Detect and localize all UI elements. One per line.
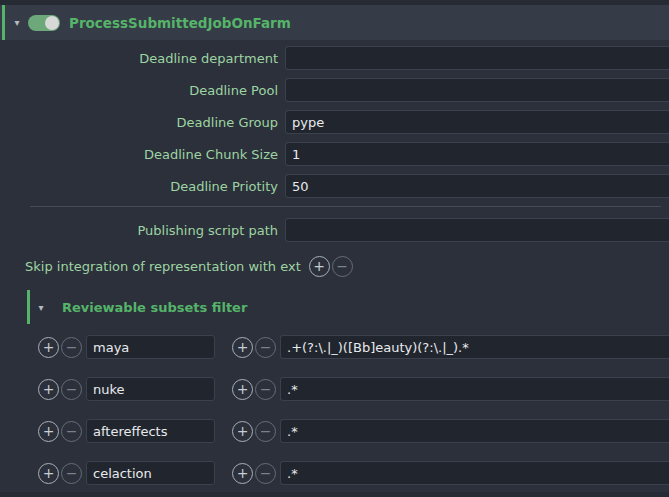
- remove-item-button[interactable]: −: [332, 256, 353, 277]
- plugin-header: ▾ ProcessSubmittedJobOnFarm: [0, 5, 669, 40]
- section-divider: [30, 206, 661, 207]
- settings-panel: ▾ ProcessSubmittedJobOnFarm Deadline dep…: [0, 0, 669, 497]
- remove-row-button[interactable]: −: [61, 337, 82, 358]
- add-row-button[interactable]: +: [38, 463, 59, 484]
- filter-row-aftereffects: + − + −: [0, 410, 669, 452]
- skip-integration-label: Skip integration of representation with …: [25, 259, 301, 274]
- add-row-button[interactable]: +: [38, 379, 59, 400]
- filter-pattern-input[interactable]: [280, 335, 669, 359]
- settings-form: Deadline department Deadline Pool Deadli…: [0, 40, 669, 494]
- toggle-knob: [45, 16, 59, 30]
- publishing-script-path-input[interactable]: [285, 218, 669, 242]
- field-label: Deadline Group: [0, 115, 285, 130]
- filter-pattern-input[interactable]: [280, 461, 669, 485]
- filter-row-nuke: + − + −: [0, 368, 669, 410]
- remove-pattern-button[interactable]: −: [255, 463, 276, 484]
- deadline-chunk-size-input[interactable]: [285, 142, 669, 166]
- field-row-deadline-department: Deadline department: [0, 46, 669, 70]
- remove-pattern-button[interactable]: −: [255, 421, 276, 442]
- field-label: Deadline department: [0, 51, 285, 66]
- field-row-deadline-chunk-size: Deadline Chunk Size: [0, 142, 669, 166]
- field-label: Deadline Priotity: [0, 179, 285, 194]
- add-row-button[interactable]: +: [38, 421, 59, 442]
- deadline-pool-input[interactable]: [285, 78, 669, 102]
- remove-row-button[interactable]: −: [61, 421, 82, 442]
- filter-key-input[interactable]: [86, 377, 215, 401]
- reviewable-subsets-header: ▾ Reviewable subsets filter: [27, 290, 669, 324]
- field-label: Publishing script path: [0, 223, 285, 238]
- deadline-department-input[interactable]: [285, 46, 669, 70]
- accent-bar: [27, 290, 30, 324]
- skip-integration-buttons: + −: [309, 256, 353, 277]
- accent-bar: [2, 5, 5, 40]
- remove-row-button[interactable]: −: [61, 379, 82, 400]
- filter-pattern-input[interactable]: [280, 377, 669, 401]
- filter-key-input[interactable]: [86, 461, 215, 485]
- filter-key-input[interactable]: [86, 419, 215, 443]
- remove-pattern-button[interactable]: −: [255, 337, 276, 358]
- add-pattern-button[interactable]: +: [232, 463, 253, 484]
- enabled-toggle[interactable]: [28, 15, 60, 31]
- field-row-deadline-pool: Deadline Pool: [0, 78, 669, 102]
- collapse-arrow-icon[interactable]: ▾: [8, 17, 26, 28]
- field-row-publishing-script: Publishing script path: [0, 218, 669, 242]
- collapse-arrow-icon[interactable]: ▾: [32, 302, 50, 313]
- add-item-button[interactable]: +: [309, 256, 330, 277]
- deadline-priority-input[interactable]: [285, 174, 669, 198]
- add-pattern-button[interactable]: +: [232, 379, 253, 400]
- add-pattern-button[interactable]: +: [232, 337, 253, 358]
- plugin-title: ProcessSubmittedJobOnFarm: [69, 15, 291, 31]
- section-title: Reviewable subsets filter: [62, 300, 247, 315]
- skip-integration-row: Skip integration of representation with …: [0, 250, 669, 282]
- remove-pattern-button[interactable]: −: [255, 379, 276, 400]
- filter-row-celaction: + − + −: [0, 452, 669, 494]
- field-label: Deadline Chunk Size: [0, 147, 285, 162]
- filter-pattern-input[interactable]: [280, 419, 669, 443]
- filter-rows: + − + − + − + − + −: [0, 324, 669, 494]
- filter-row-maya: + − + −: [0, 326, 669, 368]
- bottom-strip: [0, 492, 669, 497]
- add-pattern-button[interactable]: +: [232, 421, 253, 442]
- field-label: Deadline Pool: [0, 83, 285, 98]
- remove-row-button[interactable]: −: [61, 463, 82, 484]
- field-row-deadline-priority: Deadline Priotity: [0, 174, 669, 198]
- filter-key-input[interactable]: [86, 335, 215, 359]
- field-row-deadline-group: Deadline Group: [0, 110, 669, 134]
- add-row-button[interactable]: +: [38, 337, 59, 358]
- deadline-group-input[interactable]: [285, 110, 669, 134]
